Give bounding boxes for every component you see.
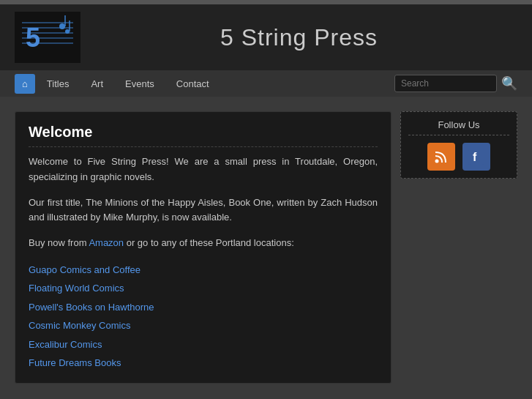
book-paragraph: Our first title, The Minions of the Happ… xyxy=(29,195,378,226)
store-link-excalibur[interactable]: Excalibur Comics xyxy=(29,336,378,353)
site-title: 5 String Press xyxy=(80,24,517,51)
sidebar: Follow Us f xyxy=(400,111,517,384)
buy-intro-text: Buy now from xyxy=(29,237,89,248)
nav-bar: ⌂ Titles Art Events Contact 🔍 xyxy=(0,70,532,97)
nav-home[interactable]: ⌂ xyxy=(15,74,35,94)
store-link-floating[interactable]: Floating World Comics xyxy=(29,280,378,297)
search-button[interactable]: 🔍 xyxy=(501,75,517,92)
nav-contact[interactable]: Contact xyxy=(166,74,220,94)
nav-events[interactable]: Events xyxy=(115,74,165,94)
intro-paragraph: Welcome to Five String Press! We are a s… xyxy=(29,154,378,185)
store-link-future[interactable]: Future Dreams Books xyxy=(29,354,378,371)
search-input[interactable] xyxy=(394,75,497,92)
follow-us-box: Follow Us f xyxy=(400,111,517,179)
svg-text:f: f xyxy=(473,151,477,163)
buy-paragraph: Buy now from Amazon or go to any of thes… xyxy=(29,236,378,251)
nav-titles[interactable]: Titles xyxy=(37,74,80,94)
store-link-powells[interactable]: Powell's Books on Hawthorne xyxy=(29,299,378,316)
svg-rect-0 xyxy=(15,12,80,63)
svg-point-9 xyxy=(65,29,70,34)
main-content: Welcome Welcome to Five String Press! We… xyxy=(0,104,532,391)
follow-us-title: Follow Us xyxy=(408,119,509,135)
welcome-title: Welcome xyxy=(29,124,378,147)
facebook-icon[interactable]: f xyxy=(462,143,490,171)
social-icons: f xyxy=(408,143,509,171)
nav-links: ⌂ Titles Art Events Contact xyxy=(15,74,220,94)
content-area: Welcome Welcome to Five String Press! We… xyxy=(15,111,391,384)
site-logo: 5 xyxy=(15,12,80,63)
svg-text:5: 5 xyxy=(26,23,40,53)
buy-outro-text: or go to any of these Portland locations… xyxy=(124,237,294,248)
logo-area: 5 xyxy=(15,12,80,63)
amazon-link[interactable]: Amazon xyxy=(89,237,124,248)
svg-point-12 xyxy=(435,160,439,163)
svg-point-7 xyxy=(59,23,65,29)
nav-search-area: 🔍 xyxy=(394,75,517,92)
nav-art[interactable]: Art xyxy=(80,74,113,94)
store-link-cosmic[interactable]: Cosmic Monkey Comics xyxy=(29,317,378,334)
store-link-guapo[interactable]: Guapo Comics and Coffee xyxy=(29,261,378,278)
store-links-list: Guapo Comics and Coffee Floating World C… xyxy=(29,261,378,371)
rss-icon[interactable] xyxy=(427,143,455,171)
header: 5 5 String Press xyxy=(0,4,532,70)
